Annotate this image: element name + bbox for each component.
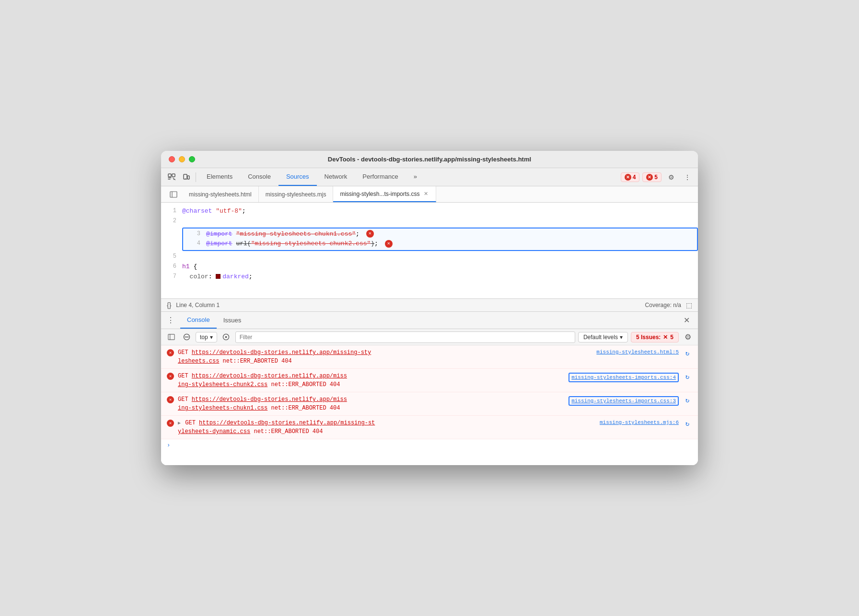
tab-performance[interactable]: Performance [355, 168, 406, 186]
issues-count-badge[interactable]: 5 Issues: ✕ 5 [631, 332, 679, 342]
error-x-icon: ✕ [625, 174, 631, 181]
main-tab-bar: Elements Console Sources Network Perform… [199, 168, 620, 186]
console-message-4: ✕ ▶ GET https://devtools-dbg-stories.net… [161, 416, 698, 439]
error-icon-line3: ✕ [366, 230, 374, 238]
devtools-window: DevTools - devtools-dbg-stories.netlify.… [161, 151, 698, 465]
context-selector[interactable]: top ▾ [196, 332, 217, 342]
file-tab-close-icon[interactable]: ✕ [422, 191, 429, 197]
msg-source-1[interactable]: missing-stylesheets.html:5 [596, 349, 679, 355]
line-content-3: @import "missing-stylesheets-chukn1.css"… [206, 229, 695, 240]
device-toolbar-icon[interactable] [179, 171, 193, 184]
console-settings-icon[interactable]: ⚙ [682, 331, 694, 343]
line-number-7: 7 [161, 272, 182, 281]
issues-error-icon: ✕ [663, 334, 668, 341]
msg-source-2[interactable]: missing-stylesheets-imports.css:4 [569, 373, 679, 382]
import-error-highlight-box: 3 @import "missing-stylesheets-chukn1.cs… [182, 228, 698, 251]
msg-reload-icon-1[interactable]: ↻ [683, 348, 692, 358]
console-prompt[interactable]: › [161, 439, 698, 452]
color-swatch-darkred[interactable] [216, 274, 221, 279]
log-levels-dropdown[interactable]: Default levels ▾ [578, 332, 628, 342]
prompt-cursor [174, 442, 177, 449]
code-line-2: 2 [161, 217, 698, 227]
status-right: Coverage: n/a ⬚ [645, 301, 692, 309]
msg-reload-icon-4[interactable]: ↻ [683, 419, 692, 428]
code-line-1: 1 @charset "utf-8"; [161, 206, 698, 217]
tab-sources[interactable]: Sources [279, 168, 317, 186]
msg-reload-icon-3[interactable]: ↻ [683, 395, 692, 405]
tab-network[interactable]: Network [317, 168, 355, 186]
inspect-element-icon[interactable] [165, 171, 178, 184]
tab-more[interactable]: » [406, 168, 425, 186]
maximize-button[interactable] [189, 156, 195, 162]
line-number-4: 4 [185, 239, 206, 248]
file-tab-html[interactable]: missing-stylesheets.html [182, 186, 259, 202]
coverage-icon[interactable]: ⬚ [686, 301, 692, 309]
tab-console[interactable]: Console [240, 168, 279, 186]
expand-triangle-icon[interactable]: ▶ [178, 421, 181, 426]
svg-rect-1 [172, 174, 175, 177]
msg-error-icon-2: ✕ [167, 373, 174, 380]
line-content-5 [182, 252, 698, 262]
msg-body-4: ▶ GET https://devtools-dbg-stories.netli… [178, 419, 596, 436]
line-content-6: h1 { [182, 262, 698, 272]
svg-rect-5 [170, 192, 177, 197]
cursor-position: Line 4, Column 1 [176, 302, 220, 308]
minimize-button[interactable] [179, 156, 185, 162]
line-content-1: @charset "utf-8"; [182, 206, 698, 217]
file-tab-mjs[interactable]: missing-stylesheets.mjs [259, 186, 334, 202]
msg-reload-icon-2[interactable]: ↻ [683, 372, 692, 381]
msg-source-3[interactable]: missing-stylesheets-imports.css:3 [569, 396, 679, 406]
svg-rect-0 [168, 174, 171, 177]
file-tab-css[interactable]: missing-stylesh...ts-imports.css ✕ [333, 186, 436, 202]
error-count-badge[interactable]: ✕ 4 [621, 172, 640, 182]
line-content-7: color: darkred; [182, 272, 698, 282]
more-icon[interactable]: ⋮ [681, 171, 694, 184]
levels-label: Default levels [583, 334, 618, 341]
msg-body-2: GET https://devtools-dbg-stories.netlify… [178, 372, 565, 389]
window-controls [169, 156, 195, 162]
msg-error-icon-1: ✕ [167, 349, 174, 356]
window-title: DevTools - devtools-dbg-stories.netlify.… [328, 156, 531, 163]
warning-count-badge[interactable]: ✕ 5 [642, 172, 662, 182]
svg-rect-7 [168, 334, 174, 340]
svg-rect-3 [187, 176, 189, 179]
bottom-panel-close-icon[interactable]: ✕ [681, 315, 692, 326]
msg-error-icon-4: ✕ [167, 420, 174, 427]
status-left: {} Line 4, Column 1 [167, 301, 220, 309]
close-button[interactable] [169, 156, 175, 162]
bottom-tabs-bar: ⋮ Console Issues ✕ [161, 312, 698, 329]
tab-console-bottom[interactable]: Console [180, 312, 217, 329]
file-tabs-bar: missing-stylesheets.html missing-stylesh… [161, 186, 698, 203]
context-label: top [200, 334, 208, 341]
console-filter-input[interactable] [235, 331, 575, 343]
msg-source-4[interactable]: missing-stylesheets.mjs:6 [600, 420, 679, 425]
toolbar-right: ✕ 4 ✕ 5 ⚙ ⋮ [621, 171, 694, 184]
live-expression-icon[interactable] [220, 331, 232, 343]
svg-point-4 [185, 178, 186, 179]
settings-icon[interactable]: ⚙ [664, 171, 678, 184]
console-sidebar-icon[interactable] [165, 331, 177, 343]
line-number-6: 6 [161, 262, 182, 271]
console-toolbar: top ▾ Default levels ▾ 5 Issues: ✕ 5 ⚙ [161, 329, 698, 345]
msg-body-3: GET https://devtools-dbg-stories.netlify… [178, 395, 565, 412]
tab-issues-bottom[interactable]: Issues [217, 312, 248, 329]
console-messages-area: ✕ GET https://devtools-dbg-stories.netli… [161, 345, 698, 465]
code-line-5: 5 [161, 252, 698, 262]
svg-point-12 [225, 336, 227, 338]
context-dropdown-icon: ▾ [210, 334, 213, 341]
msg-body-1: GET https://devtools-dbg-stories.netlify… [178, 348, 592, 365]
coverage-label: Coverage: n/a [645, 302, 681, 308]
format-button[interactable]: {} [167, 301, 171, 309]
prompt-chevron: › [167, 442, 170, 449]
clear-console-icon[interactable] [180, 331, 193, 343]
code-editor[interactable]: 1 @charset "utf-8"; 2 3 @import "missing… [161, 203, 698, 298]
console-message-2: ✕ GET https://devtools-dbg-stories.netli… [161, 369, 698, 392]
code-line-3: 3 @import "missing-stylesheets-chukn1.cs… [185, 229, 695, 240]
tab-elements[interactable]: Elements [199, 168, 240, 186]
sidebar-toggle-icon[interactable] [167, 188, 180, 201]
bottom-panel-menu-icon[interactable]: ⋮ [165, 315, 176, 326]
line-number-2: 2 [161, 217, 182, 226]
bottom-panel: ⋮ Console Issues ✕ [161, 312, 698, 465]
line-number-3: 3 [185, 229, 206, 239]
line-content-2 [182, 217, 698, 227]
